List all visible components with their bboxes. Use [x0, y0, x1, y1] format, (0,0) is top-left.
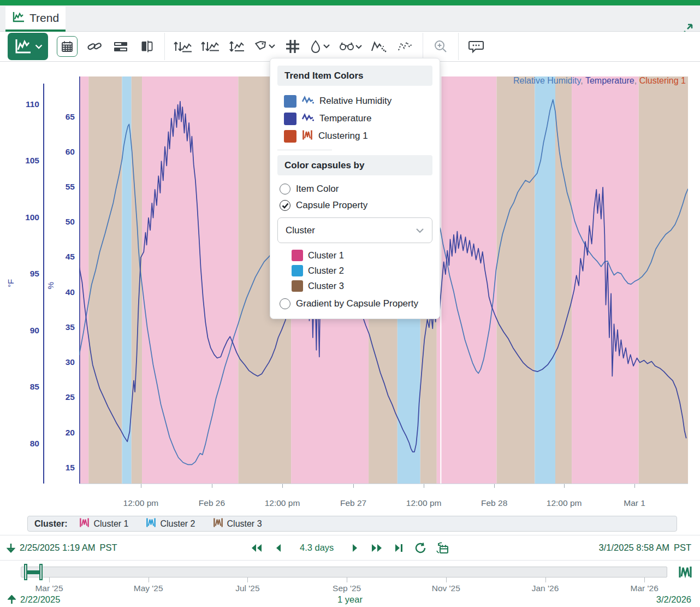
x-axis-tick-label: 12:00 pm [399, 498, 448, 508]
capsule-band[interactable] [441, 76, 496, 484]
tab-trend[interactable]: Trend [5, 7, 66, 32]
x-axis-tick-mark [282, 484, 283, 488]
capsule-band[interactable] [79, 76, 88, 484]
capsule-legend-label: Cluster 1 [93, 519, 128, 529]
cluster-value-label: Cluster 1 [308, 250, 344, 261]
color-swatch[interactable] [284, 130, 296, 143]
cluster-color-swatch[interactable] [292, 250, 303, 261]
step-forward-full-button[interactable] [369, 540, 385, 556]
trend-item-row[interactable]: Relative Humidity [277, 92, 432, 110]
end-timezone[interactable]: PST [674, 543, 691, 553]
link-items-button[interactable] [85, 36, 104, 57]
handle-bar[interactable] [26, 570, 40, 574]
top-accent-bar [0, 0, 700, 5]
timeline-range-handle[interactable] [24, 564, 43, 580]
timeline-tick-label: May '25 [124, 584, 173, 593]
trend-item-label: Relative Humidity [319, 96, 391, 107]
capsule-band[interactable] [639, 76, 688, 484]
x-axis-tick-label: Feb 26 [187, 498, 236, 508]
f-axis-tick-label: 105 [8, 156, 39, 166]
display-range-start[interactable]: 2/25/2025 1:19 AM PST [7, 543, 117, 553]
color-swatch[interactable] [284, 113, 296, 125]
color-swatch[interactable] [284, 95, 296, 108]
time-nav-controls: 4.3 days [248, 540, 450, 556]
investigate-button[interactable] [338, 36, 362, 57]
capsule-legend-item[interactable]: Cluster 2 [146, 517, 195, 530]
legend-item[interactable]: Relative Humidity [513, 76, 580, 85]
trend-item-row[interactable]: Temperature [277, 110, 432, 127]
display-duration[interactable]: 4.3 days [300, 543, 334, 553]
legend-item[interactable]: Clustering 1 [639, 76, 686, 85]
samples-button[interactable] [396, 36, 414, 57]
trend-view-button[interactable] [8, 33, 48, 60]
gridlines-button[interactable] [283, 36, 302, 57]
signal-range-group-button[interactable] [200, 36, 220, 57]
capsule-band[interactable] [88, 76, 122, 484]
step-back-half-button[interactable] [270, 540, 287, 556]
capsule-legend-label: Cluster 2 [160, 519, 195, 529]
annotate-button[interactable] [467, 36, 485, 57]
capsule-legend-item[interactable]: Cluster 3 [213, 517, 262, 530]
lane-settings-button[interactable] [111, 36, 130, 57]
display-range-end[interactable]: 3/1/2025 8:58 AM PST [599, 543, 691, 553]
timeline-end[interactable]: 3/2/2026 [656, 594, 691, 605]
labels-button[interactable] [254, 36, 276, 57]
timeline-tick-label: Jul '25 [223, 584, 272, 593]
capsule-pane-button[interactable] [57, 36, 78, 57]
x-axis-tick-label: Feb 28 [470, 498, 519, 508]
pct-axis-tick-label: 15 [43, 463, 75, 473]
link-icon [87, 40, 102, 53]
radio-circle-checked[interactable] [280, 200, 290, 211]
capsule-time-icon[interactable] [678, 565, 692, 581]
dimming-button[interactable] [310, 36, 330, 57]
x-axis-tick-label: 12:00 pm [258, 498, 307, 508]
radio-circle[interactable] [280, 184, 290, 195]
cluster-color-swatch[interactable] [292, 265, 303, 276]
step-back-full-button[interactable] [248, 540, 265, 556]
cluster-color-swatch[interactable] [292, 280, 303, 292]
droplet-icon [310, 39, 330, 54]
compare-view-button[interactable] [138, 36, 156, 57]
pct-axis-tick-label: 45 [43, 252, 75, 262]
cluster-value-row[interactable]: Cluster 2 [277, 263, 432, 278]
legend-item[interactable]: Temperature [585, 76, 634, 85]
compare-icon [140, 40, 153, 53]
trend-item-row[interactable]: Clustering 1 [277, 127, 432, 145]
pct-axis-tick-label: 60 [43, 147, 75, 157]
f-axis-tick-label: 90 [8, 326, 39, 335]
timeline-tick-mark [49, 577, 50, 582]
radio-circle[interactable] [280, 298, 290, 309]
capsule-band[interactable] [496, 76, 535, 484]
timeline-track[interactable] [21, 567, 667, 577]
refresh-button[interactable] [412, 540, 429, 556]
capsule-legend-item[interactable]: Cluster 1 [79, 517, 128, 530]
binoculars-icon [338, 40, 362, 53]
cluster-value-row[interactable]: Cluster 1 [277, 247, 432, 263]
zoom-in-button[interactable] [431, 36, 450, 57]
chevron-down-icon [416, 228, 424, 233]
summarize-button[interactable] [370, 36, 388, 57]
step-to-end-button[interactable] [390, 540, 407, 556]
investigate-range-button[interactable] [434, 540, 450, 556]
radio-item-color[interactable]: Item Color [277, 181, 432, 197]
timeline-duration[interactable]: 1 year [0, 594, 700, 605]
x-axis-tick-mark [424, 484, 424, 488]
zoom-in-icon [434, 39, 448, 54]
step-forward-half-button[interactable] [347, 540, 363, 556]
handle-right-bracket[interactable] [39, 564, 43, 580]
signal-scale-button[interactable] [228, 36, 246, 57]
timeline-tick-mark [347, 577, 347, 582]
f-axis-tick-label: 110 [8, 99, 39, 109]
signal-range-auto-button[interactable] [173, 36, 193, 57]
capsule-property-select[interactable]: Cluster [277, 217, 432, 243]
radio-gradient[interactable]: Gradient by Capsule Property [277, 296, 432, 312]
x-axis-tick-label: Feb 27 [329, 498, 378, 508]
popup-title: Trend Item Colors [277, 66, 432, 86]
start-timezone[interactable]: PST [100, 543, 117, 553]
radio-capsule-property[interactable]: Capsule Property [277, 197, 432, 214]
start-datetime[interactable]: 2/25/2025 1:19 AM [20, 543, 96, 553]
cluster-value-row[interactable]: Cluster 3 [277, 278, 432, 293]
capsule-band[interactable] [132, 76, 142, 484]
x-axis-tick-mark [353, 484, 354, 488]
end-datetime[interactable]: 3/1/2025 8:58 AM [599, 543, 669, 553]
